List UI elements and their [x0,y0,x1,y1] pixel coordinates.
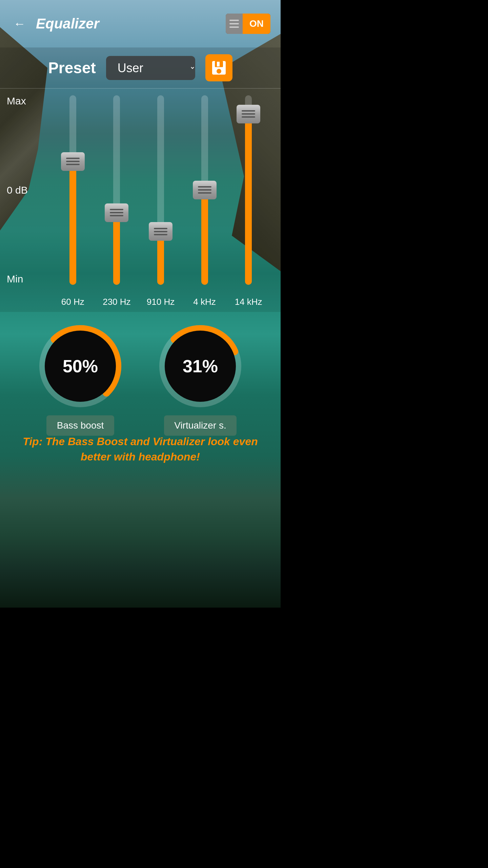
slider-track-60hz [69,95,76,285]
slider-track-910hz [157,95,164,285]
handle-lines [110,209,123,216]
save-icon [211,60,227,76]
slider-4khz[interactable] [188,95,222,285]
freq-label-60hz: 60 Hz [56,297,90,307]
virtualizer-label: Virtualizer s. [164,415,237,436]
slider-handle-4khz[interactable] [193,181,217,199]
handle-lines [66,158,80,165]
save-button[interactable] [205,54,232,81]
slider-fill-230hz [113,213,120,285]
freq-label-14khz: 14 kHz [231,297,265,307]
bass-boost-dial-inner: 50% [45,331,116,402]
freq-label-230hz: 230 Hz [100,297,134,307]
handle-lines [242,110,255,118]
max-label: Max [7,95,41,107]
handle-lines [154,228,167,235]
virtualizer-percent: 31% [183,356,218,376]
min-label: Min [7,273,41,285]
slider-track-230hz [113,95,120,285]
freq-label-910hz: 910 Hz [144,297,178,307]
eq-axis-labels: Max 0 dB Min [0,88,41,292]
sliders-container [41,88,281,292]
handle-lines [198,186,211,194]
tip-section: Tip: The Bass Boost and Virtualizer look… [0,434,281,465]
header: ← Equalizer ON [0,0,281,47]
slider-14khz[interactable] [231,95,265,285]
slider-910hz[interactable] [144,95,178,285]
slider-230hz[interactable] [100,95,134,285]
virtualizer-dial-inner: 31% [165,331,236,402]
toggle-on-label: ON [243,14,270,34]
slider-track-14khz [245,95,252,285]
preset-row: Preset User Flat Bass Boost Classical Po… [0,47,281,88]
bass-boost-dial[interactable]: 50% [36,322,124,410]
toggle-bars-icon [226,14,243,34]
slider-fill-60hz [69,162,76,285]
svg-rect-2 [217,62,220,66]
preset-label: Preset [48,59,96,77]
svg-point-3 [217,69,221,74]
slider-handle-910hz[interactable] [149,222,172,241]
zero-db-label: 0 dB [7,184,41,196]
bass-boost-dial-container: 50% Bass boost [36,322,124,436]
tip-text: Tip: The Bass Boost and Virtualizer look… [20,434,260,465]
slider-handle-14khz[interactable] [237,105,260,123]
slider-fill-14khz [245,114,252,285]
slider-handle-230hz[interactable] [105,203,128,222]
back-button[interactable]: ← [10,13,29,34]
bass-boost-label: Bass boost [46,415,114,436]
slider-handle-60hz[interactable] [61,152,85,171]
preset-dropdown[interactable]: User Flat Bass Boost Classical Pop Rock [106,56,195,80]
virtualizer-dial-container: 31% Virtualizer s. [156,322,244,436]
bass-boost-percent: 50% [63,356,98,376]
freq-label-4khz: 4 kHz [188,297,222,307]
equalizer-toggle[interactable]: ON [226,14,270,34]
virtualizer-dial[interactable]: 31% [156,322,244,410]
slider-fill-4khz [201,190,208,285]
page-title: Equalizer [36,16,226,32]
slider-60hz[interactable] [56,95,90,285]
dials-section: 50% Bass boost 31% Virtualizer s. [0,312,281,446]
equalizer-section: Max 0 dB Min [0,88,281,312]
frequency-labels: 60 Hz 230 Hz 910 Hz 4 kHz 14 kHz [41,292,281,312]
slider-track-4khz [201,95,208,285]
